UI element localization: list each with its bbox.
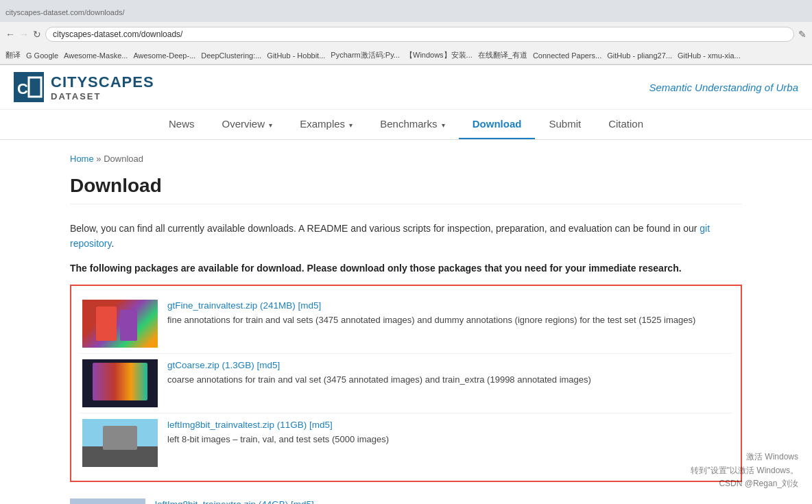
extra-link[interactable]: leftImg8bit_trainextra.zip (44GB) [md5] [155,499,314,504]
leftimg-desc: left 8-bit images – train, val, and test… [167,433,730,446]
nav-item-download[interactable]: Download [459,110,536,139]
logo-icon: C [14,72,44,102]
intro-text: Below, you can find all currently availa… [70,221,742,252]
package-info-gtcoarse: gtCoarse.zip (1.3GB) [md5] coarse annota… [167,359,730,387]
nav-item-news[interactable]: News [155,110,208,139]
bookmark-connected-papers[interactable]: Connected Papers... [533,51,601,60]
bookmark-awesome-deep[interactable]: Awesome-Deep-... [133,51,195,60]
thumbnail-extra [70,499,145,504]
address-bar[interactable]: cityscapes-dataset.com/downloads/ [45,27,794,42]
main-content: Home » Download Download Below, you can … [43,140,769,504]
forward-button[interactable]: → [19,29,29,40]
bookmark-google[interactable]: G Google [26,51,58,60]
overview-dropdown-arrow: ▾ [269,121,272,129]
intro-text-before: Below, you can find all currently availa… [70,223,700,234]
gtcoarse-link[interactable]: gtCoarse.zip (1.3GB) [md5] [167,360,280,370]
package-item-extra: leftImg8bit_trainextra.zip (44GB) [md5] … [70,493,742,504]
bookmark-translate[interactable]: 翻译 [5,50,21,60]
bookmark-windows[interactable]: 【Windows】安装... [405,50,473,60]
main-nav: News Overview ▾ Examples ▾ Benchmarks ▾ … [0,110,812,140]
back-button[interactable]: ← [5,29,15,40]
tab-bar: cityscapes-dataset.com/downloads/ [0,0,812,22]
nav-link-overview[interactable]: Overview ▾ [208,110,287,138]
extensions-icon[interactable]: ✎ [798,29,807,40]
nav-item-examples[interactable]: Examples ▾ [286,110,366,139]
nav-item-benchmarks[interactable]: Benchmarks ▾ [366,110,459,139]
bookmark-youdao[interactable]: 在线翻译_有道 [478,50,527,60]
intro-text-after: . [111,238,114,249]
nav-link-citation[interactable]: Citation [595,110,657,138]
thumbnail-gtcoarse [82,359,158,407]
package-item-gtcoarse: gtCoarse.zip (1.3GB) [md5] coarse annota… [80,354,732,413]
thumbnail-gtfine [82,300,158,348]
benchmarks-dropdown-arrow: ▾ [442,121,445,129]
bookmarks-bar: 翻译 G Google Awesome-Maske... Awesome-Dee… [0,47,812,64]
logo-cityscapes: CITYSCAPES [51,73,154,91]
nav-link-submit[interactable]: Submit [535,110,595,138]
breadcrumb: Home » Download [70,154,742,164]
gtfine-desc: fine annotations for train and val sets … [167,313,730,327]
leftimg-link[interactable]: leftImg8bit_trainvaltest.zip (11GB) [md5… [167,420,333,430]
bookmark-github-hobbit[interactable]: GitHub - Hobbit... [267,51,325,60]
site-header: C CITYSCAPES DATASET Semantic Understand… [0,65,812,110]
logo-dataset: DATASET [51,91,154,101]
examples-dropdown-arrow: ▾ [349,121,353,129]
logo-area: C CITYSCAPES DATASET [14,72,154,102]
logo-text-area: CITYSCAPES DATASET [51,73,154,101]
tab-label: cityscapes-dataset.com/downloads/ [5,8,125,16]
bookmark-deepclustering[interactable]: DeepClustering:... [201,51,261,60]
nav-item-submit[interactable]: Submit [535,110,595,139]
package-info-gtfine: gtFine_trainvaltest.zip (241MB) [md5] fi… [167,300,730,327]
package-item-gtfine: gtFine_trainvaltest.zip (241MB) [md5] fi… [80,294,732,354]
nav-link-news[interactable]: News [155,110,208,138]
bookmark-pycharm[interactable]: Pycharm激活码:Py... [331,50,400,60]
browser-controls: ← → ↻ cityscapes-dataset.com/downloads/ … [0,22,812,47]
gtfine-link[interactable]: gtFine_trainvaltest.zip (241MB) [md5] [167,300,321,311]
packages-note: The following packages are available for… [70,263,742,274]
package-info-extra: leftImg8bit_trainextra.zip (44GB) [md5] … [155,499,742,504]
gtcoarse-desc: coarse annotations for train and val set… [167,373,730,387]
refresh-button[interactable]: ↻ [33,29,41,40]
nav-link-examples[interactable]: Examples ▾ [286,110,366,138]
nav-link-download[interactable]: Download [459,110,536,139]
package-info-leftimg: leftImg8bit_trainvaltest.zip (11GB) [md5… [167,419,730,446]
bookmark-awesome-maske[interactable]: Awesome-Maske... [64,51,128,60]
nav-item-overview[interactable]: Overview ▾ [208,110,287,139]
header-tagline: Semantic Understanding of Urba [649,82,798,93]
nav-item-citation[interactable]: Citation [595,110,657,139]
breadcrumb-home[interactable]: Home [70,154,94,164]
bookmark-github-pliang[interactable]: GitHub - pliang27... [607,51,672,60]
thumbnail-leftimg [82,419,158,467]
breadcrumb-separator: » [96,154,104,164]
breadcrumb-current: Download [104,154,143,164]
bookmark-github-xmu[interactable]: GitHub - xmu-xia... [678,51,741,60]
page-title: Download [70,175,742,204]
svg-text:C: C [17,80,28,97]
package-item-leftimg: leftImg8bit_trainvaltest.zip (11GB) [md5… [80,413,732,472]
nav-link-benchmarks[interactable]: Benchmarks ▾ [366,110,459,138]
nav-items: News Overview ▾ Examples ▾ Benchmarks ▾ … [155,110,657,139]
browser-chrome: cityscapes-dataset.com/downloads/ ← → ↻ … [0,0,812,65]
highlighted-packages-box: gtFine_trainvaltest.zip (241MB) [md5] fi… [70,285,742,482]
